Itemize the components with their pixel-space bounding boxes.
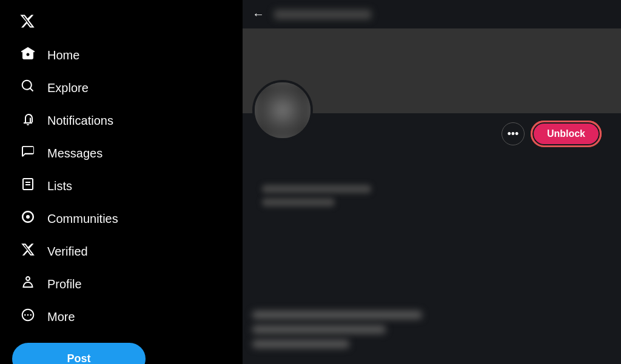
- profile-name-area: [252, 154, 611, 219]
- sidebar-item-more[interactable]: More: [12, 300, 230, 333]
- sidebar: Home Explore Notifications: [0, 0, 243, 364]
- sidebar-item-verified[interactable]: Verified: [12, 235, 230, 268]
- sidebar-item-messages[interactable]: Messages: [12, 137, 230, 170]
- bio-line-2-blurred: [252, 325, 386, 334]
- sidebar-item-explore[interactable]: Explore: [12, 71, 230, 104]
- profile-section: ••• Unblock: [243, 113, 621, 219]
- unblock-button[interactable]: Unblock: [534, 124, 599, 144]
- sidebar-item-label-explore: Explore: [47, 81, 89, 95]
- sidebar-item-label-notifications: Notifications: [47, 114, 113, 128]
- sidebar-item-label-lists: Lists: [47, 179, 72, 193]
- sidebar-item-profile[interactable]: Profile: [12, 268, 230, 300]
- sidebar-item-label-home: Home: [47, 48, 79, 62]
- sidebar-item-lists[interactable]: Lists: [12, 170, 230, 202]
- profile-name-blurred: [262, 185, 371, 193]
- post-button[interactable]: Post: [12, 343, 146, 364]
- more-icon: [19, 308, 36, 326]
- bio-line-1-blurred: [252, 311, 422, 319]
- notifications-icon: [19, 111, 36, 130]
- sidebar-item-home[interactable]: Home: [12, 39, 230, 71]
- x-logo[interactable]: [12, 6, 42, 36]
- verified-icon: [19, 242, 36, 260]
- svg-point-0: [26, 215, 30, 219]
- unblock-highlight-border: Unblock: [531, 121, 602, 147]
- bio-line-3-blurred: [252, 340, 349, 348]
- sidebar-item-notifications[interactable]: Notifications: [12, 104, 230, 137]
- avatar-image-blurred: [255, 82, 310, 138]
- sidebar-item-label-communities: Communities: [47, 212, 118, 226]
- more-options-button[interactable]: •••: [502, 122, 525, 145]
- sidebar-item-communities[interactable]: Communities: [12, 202, 230, 235]
- lists-icon: [19, 177, 36, 195]
- profile-icon: [19, 275, 36, 293]
- messages-icon: [19, 144, 36, 162]
- home-icon: [19, 46, 36, 64]
- sidebar-nav: Home Explore Notifications: [12, 39, 230, 333]
- sidebar-item-label-more: More: [47, 310, 75, 324]
- sidebar-item-label-profile: Profile: [47, 277, 82, 291]
- profile-header-bar: ←: [243, 0, 621, 28]
- header-username-blurred: [274, 10, 371, 19]
- profile-bio-area: [243, 301, 621, 364]
- sidebar-item-label-messages: Messages: [47, 147, 102, 160]
- communities-icon: [19, 210, 36, 228]
- avatar: [252, 80, 313, 141]
- main-content: ← ••• Unblock: [243, 0, 621, 364]
- sidebar-item-label-verified: Verified: [47, 245, 88, 259]
- explore-icon: [19, 79, 36, 97]
- back-arrow[interactable]: ←: [252, 7, 264, 21]
- profile-handle-blurred: [262, 198, 335, 207]
- more-dots-icon: •••: [507, 128, 519, 141]
